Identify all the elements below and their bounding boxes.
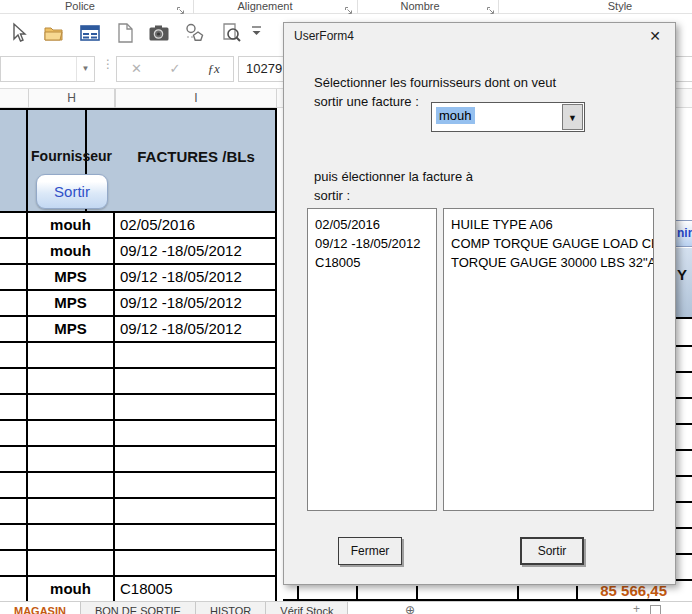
sheet-tab-histor[interactable]: HISTOR bbox=[196, 602, 266, 614]
enter-icon[interactable]: ✓ bbox=[156, 57, 195, 81]
sortir-sheet-button[interactable]: Sortir bbox=[36, 174, 108, 209]
facture-cell[interactable] bbox=[115, 395, 277, 419]
supplier-combobox[interactable]: mouh ▼ bbox=[431, 102, 585, 132]
table-header: Fournisseur FACTURES /BLs Sortir bbox=[0, 108, 277, 213]
table-row[interactable] bbox=[0, 395, 277, 421]
designation-list-item[interactable]: COMP TORQUE GAUGE LOAD CELL bbox=[451, 234, 653, 253]
table-row[interactable] bbox=[0, 421, 277, 447]
open-folder-icon[interactable] bbox=[42, 21, 66, 45]
table-row[interactable]: mouh09/12 -18/05/2012 bbox=[0, 239, 277, 265]
new-document-icon[interactable] bbox=[113, 21, 137, 45]
shapes-select-icon[interactable] bbox=[183, 21, 207, 45]
fermer-button[interactable]: Fermer bbox=[338, 537, 402, 565]
name-box[interactable]: ▼ bbox=[0, 56, 95, 82]
sheet-tab-bon-de-sortie[interactable]: BON DE SORTIE bbox=[81, 602, 196, 614]
facture-cell[interactable]: 09/12 -18/05/2012 bbox=[115, 265, 277, 289]
facture-cell[interactable] bbox=[115, 447, 277, 471]
fournisseur-cell[interactable] bbox=[28, 421, 115, 445]
table-row[interactable] bbox=[0, 525, 277, 551]
ribbon-group-strip: Police Alignement Nombre Style bbox=[0, 0, 692, 14]
camera-icon[interactable] bbox=[147, 21, 171, 45]
facture-cell[interactable] bbox=[115, 499, 277, 523]
fournisseur-cell[interactable] bbox=[28, 473, 115, 497]
square-fragment-icon[interactable] bbox=[650, 605, 661, 614]
table-row[interactable]: MPS09/12 -18/05/2012 bbox=[0, 317, 277, 343]
invoice-list-item[interactable]: 09/12 -18/05/2012 bbox=[315, 234, 436, 253]
ribbon-group-nombre: Nombre bbox=[380, 0, 460, 13]
close-icon[interactable]: ✕ bbox=[637, 23, 673, 49]
dialog-launcher-icon[interactable] bbox=[344, 2, 354, 12]
table-row[interactable]: mouhC18005 bbox=[0, 577, 277, 603]
form-properties-icon[interactable] bbox=[78, 21, 102, 45]
row-stub-cell bbox=[0, 499, 28, 523]
ribbon-group-alignement: Alignement bbox=[225, 0, 305, 13]
row-stub-cell bbox=[0, 395, 28, 419]
fournisseur-cell[interactable]: MPS bbox=[28, 265, 115, 289]
chevron-down-icon[interactable]: ▼ bbox=[562, 104, 583, 130]
sheet-tab-magasin[interactable]: MAGASIN bbox=[0, 602, 81, 614]
name-box-dropdown-icon[interactable]: ▼ bbox=[76, 57, 94, 81]
column-header-i[interactable]: I bbox=[115, 89, 277, 109]
table-row[interactable] bbox=[0, 499, 277, 525]
facture-cell[interactable]: 02/05/2016 bbox=[115, 213, 277, 237]
invoice-list-item[interactable]: C18005 bbox=[315, 253, 436, 272]
facture-cell[interactable] bbox=[115, 343, 277, 367]
ribbon-separator bbox=[193, 0, 194, 14]
facture-cell[interactable] bbox=[115, 551, 277, 575]
table-row[interactable] bbox=[0, 343, 277, 369]
dialog-title: UserForm4 bbox=[284, 23, 675, 49]
sheet-tab-strip: MAGASINBON DE SORTIEHISTORVérif Stock ⊕ … bbox=[0, 601, 692, 614]
table-row[interactable]: MPS09/12 -18/05/2012 bbox=[0, 291, 277, 317]
designation-listbox[interactable]: HUILE TYPE A06COMP TORQUE GAUGE LOAD CEL… bbox=[443, 208, 654, 511]
invoice-listbox[interactable]: 02/05/201609/12 -18/05/2012C18005 bbox=[307, 208, 437, 511]
plus-icon[interactable]: + bbox=[633, 602, 640, 614]
table-row[interactable] bbox=[0, 447, 277, 473]
row-stub-cell bbox=[0, 343, 28, 367]
fournisseur-cell[interactable]: mouh bbox=[28, 577, 115, 601]
cancel-icon[interactable]: ✕ bbox=[117, 57, 156, 81]
ribbon-group-style: Style bbox=[580, 0, 660, 13]
facture-cell[interactable] bbox=[115, 525, 277, 549]
sheet-tab-v-rif-stock[interactable]: Vérif Stock bbox=[266, 602, 348, 614]
dialog-launcher-icon[interactable] bbox=[176, 2, 186, 12]
select-supplier-label-line1: Sélectionner les fournisseurs dont on ve… bbox=[314, 73, 556, 92]
print-preview-icon[interactable] bbox=[219, 21, 243, 45]
facture-cell[interactable] bbox=[115, 369, 277, 393]
fournisseur-cell[interactable] bbox=[28, 499, 115, 523]
fournisseur-cell[interactable]: mouh bbox=[28, 239, 115, 263]
fournisseur-cell[interactable]: MPS bbox=[28, 317, 115, 341]
ribbon-group-police: Police bbox=[40, 0, 120, 13]
facture-cell[interactable]: 09/12 -18/05/2012 bbox=[115, 239, 277, 263]
facture-cell[interactable] bbox=[115, 473, 277, 497]
new-sheet-icon[interactable]: ⊕ bbox=[405, 603, 415, 614]
facture-cell[interactable]: 09/12 -18/05/2012 bbox=[115, 317, 277, 341]
fournisseur-cell[interactable]: mouh bbox=[28, 213, 115, 237]
excel-window: Police Alignement Nombre Style ▼ ⋮ ✕ ✓ ƒ… bbox=[0, 0, 692, 614]
facture-cell[interactable] bbox=[115, 421, 277, 445]
table-row[interactable]: mouh02/05/2016 bbox=[0, 213, 277, 239]
facture-cell[interactable]: 09/12 -18/05/2012 bbox=[115, 291, 277, 315]
formula-bar-drag-handle[interactable]: ⋮ bbox=[102, 60, 114, 68]
column-header-h[interactable]: H bbox=[28, 89, 115, 109]
table-row[interactable]: MPS09/12 -18/05/2012 bbox=[0, 265, 277, 291]
facture-cell[interactable]: C18005 bbox=[115, 577, 277, 601]
table-row[interactable] bbox=[0, 473, 277, 499]
table-row[interactable] bbox=[0, 369, 277, 395]
designation-list-item[interactable]: HUILE TYPE A06 bbox=[451, 215, 653, 234]
insert-function-icon[interactable]: ƒx bbox=[194, 57, 233, 81]
invoice-list-item[interactable]: 02/05/2016 bbox=[315, 215, 436, 234]
designation-list-item[interactable]: TORQUE GAUGE 30000 LBS 32"AR bbox=[451, 253, 653, 272]
select-invoice-label-line2: sortir : bbox=[314, 186, 473, 205]
dialog-launcher-icon[interactable] bbox=[486, 2, 496, 12]
toolbar-overflow-icon[interactable] bbox=[250, 21, 264, 45]
fournisseur-cell[interactable] bbox=[28, 551, 115, 575]
fournisseur-cell[interactable] bbox=[28, 525, 115, 549]
select-cursor-icon[interactable] bbox=[6, 21, 30, 45]
table-row[interactable] bbox=[0, 551, 277, 577]
fournisseur-cell[interactable]: MPS bbox=[28, 291, 115, 315]
sortir-button[interactable]: Sortir bbox=[520, 537, 584, 565]
fournisseur-cell[interactable] bbox=[28, 395, 115, 419]
fournisseur-cell[interactable] bbox=[28, 369, 115, 393]
fournisseur-cell[interactable] bbox=[28, 447, 115, 471]
fournisseur-cell[interactable] bbox=[28, 343, 115, 367]
